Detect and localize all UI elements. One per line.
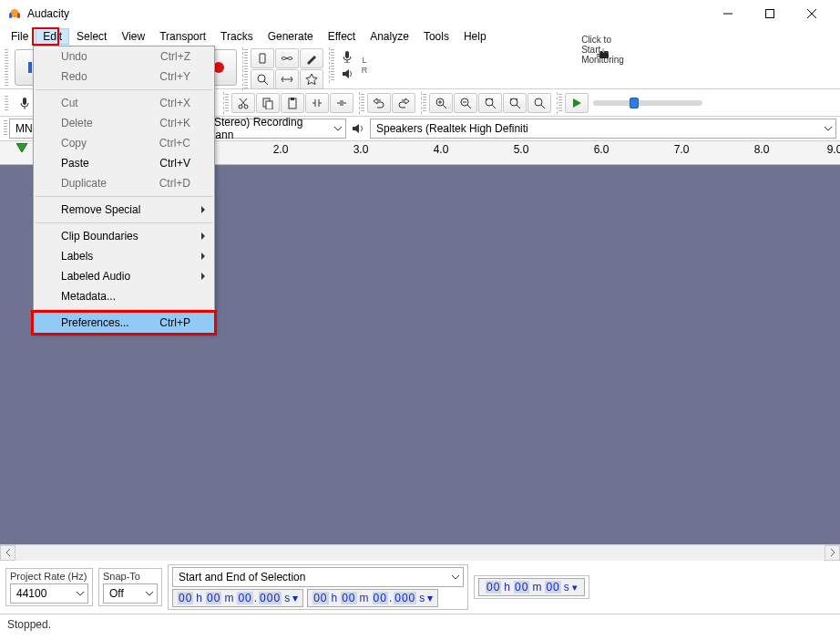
svg-point-9 xyxy=(239,105,242,108)
svg-rect-14 xyxy=(291,98,294,100)
chevron-right-icon xyxy=(200,203,207,216)
zoom-tool-button[interactable] xyxy=(251,69,274,89)
menubar: File Edit Select View Transport Tracks G… xyxy=(0,27,840,46)
menu-item-labeled-audio[interactable]: Labeled Audio xyxy=(34,266,214,286)
snap-to-combo[interactable]: Off xyxy=(103,583,158,604)
menu-generate[interactable]: Generate xyxy=(261,28,321,45)
playback-device-combo[interactable]: Speakers (Realtek High Definiti xyxy=(370,119,836,139)
menu-tracks[interactable]: Tracks xyxy=(213,28,261,45)
chevron-right-icon xyxy=(200,270,207,283)
play-speed-slider[interactable] xyxy=(593,100,702,106)
svg-rect-0 xyxy=(9,13,12,18)
trim-button[interactable] xyxy=(305,93,329,113)
selection-mode-combo[interactable]: Start and End of Selection xyxy=(172,567,464,587)
meter-l-label: L xyxy=(360,56,369,65)
status-text: Stopped. xyxy=(7,618,51,631)
menu-item-duplicate[interactable]: DuplicateCtrl+D xyxy=(34,173,214,193)
menu-select[interactable]: Select xyxy=(69,28,114,45)
menu-view[interactable]: View xyxy=(114,28,152,45)
silence-button[interactable] xyxy=(330,93,353,113)
menu-item-preferences[interactable]: Preferences...Ctrl+P xyxy=(34,313,214,333)
play-meter-speaker-icon[interactable] xyxy=(337,66,357,82)
selection-toolbar: Project Rate (Hz) 44100 Snap-To Off Star… xyxy=(0,560,840,614)
rec-meter-mic-icon[interactable] xyxy=(337,48,357,65)
window-title: Audacity xyxy=(27,7,707,20)
menu-item-undo[interactable]: UndoCtrl+Z xyxy=(34,46,214,67)
menu-effect[interactable]: Effect xyxy=(321,28,363,45)
zoom-in-button[interactable] xyxy=(429,93,453,113)
menu-transport[interactable]: Transport xyxy=(152,28,213,45)
multi-tool-button[interactable] xyxy=(300,69,323,89)
chevron-down-icon xyxy=(825,122,832,135)
redo-button[interactable] xyxy=(392,93,415,113)
close-button[interactable] xyxy=(791,0,833,27)
audio-position-panel: 00h00m00s▾ xyxy=(474,575,589,599)
snap-to-label: Snap-To xyxy=(103,571,158,582)
minimize-button[interactable] xyxy=(707,0,749,27)
play-meter[interactable]: -54 -48 -42 -36 -30 -24 -18 -12 -6 0 xyxy=(602,50,604,52)
menu-file[interactable]: File xyxy=(4,28,36,45)
playback-speaker-icon xyxy=(348,120,368,137)
record-channels-combo[interactable]: 2 (Stereo) Recording Chann xyxy=(195,119,346,139)
timeshift-tool-button[interactable] xyxy=(275,69,299,89)
svg-rect-2 xyxy=(766,10,774,18)
menu-item-redo[interactable]: RedoCtrl+Y xyxy=(34,67,214,87)
menu-tools[interactable]: Tools xyxy=(416,28,456,45)
menu-item-labels[interactable]: Labels xyxy=(34,246,214,266)
menu-item-delete[interactable]: DeleteCtrl+K xyxy=(34,113,214,133)
scroll-left-button[interactable] xyxy=(0,545,15,561)
selection-end-time[interactable]: 00h00m00.000s▾ xyxy=(307,589,438,607)
play-at-speed-button[interactable] xyxy=(565,93,589,113)
envelope-tool-button[interactable] xyxy=(275,48,299,68)
selection-tool-button[interactable] xyxy=(251,48,274,68)
selection-start-time[interactable]: 00h00m00.000s▾ xyxy=(172,589,303,607)
selection-panel: Start and End of Selection 00h00m00.000s… xyxy=(168,564,468,610)
svg-point-6 xyxy=(258,75,265,82)
copy-button[interactable] xyxy=(256,93,280,113)
menu-item-paste[interactable]: PasteCtrl+V xyxy=(34,153,214,173)
svg-rect-12 xyxy=(266,101,272,109)
draw-tool-button[interactable] xyxy=(300,48,323,68)
menu-item-cut[interactable]: CutCtrl+X xyxy=(34,93,214,113)
menu-edit[interactable]: Edit xyxy=(36,28,69,45)
menu-item-clip-boundaries[interactable]: Clip Boundaries xyxy=(34,226,214,246)
zoom-out-button[interactable] xyxy=(454,93,477,113)
fit-project-button[interactable] xyxy=(503,93,527,113)
cut-button[interactable] xyxy=(231,93,255,113)
maximize-button[interactable] xyxy=(749,0,791,27)
chevron-right-icon xyxy=(200,230,207,243)
mic-volume-icon xyxy=(15,95,35,111)
audio-host-combo[interactable]: MN xyxy=(9,119,35,139)
svg-rect-3 xyxy=(28,62,32,73)
svg-point-19 xyxy=(535,98,542,106)
menu-item-metadata[interactable]: Metadata... xyxy=(34,286,214,306)
titlebar: Audacity xyxy=(0,0,840,27)
menu-analyze[interactable]: Analyze xyxy=(363,28,416,45)
fit-selection-button[interactable] xyxy=(478,93,502,113)
menu-item-copy[interactable]: CopyCtrl+C xyxy=(34,133,214,153)
app-icon xyxy=(7,6,22,21)
menu-item-remove-special[interactable]: Remove Special xyxy=(34,200,214,220)
paste-button[interactable] xyxy=(281,93,304,113)
zoom-toggle-button[interactable] xyxy=(528,93,551,113)
menu-help[interactable]: Help xyxy=(456,28,494,45)
scroll-right-button[interactable] xyxy=(825,545,840,561)
svg-rect-8 xyxy=(23,98,26,105)
chevron-down-icon xyxy=(334,122,342,135)
audio-position-time[interactable]: 00h00m00s▾ xyxy=(478,578,585,596)
project-rate-combo[interactable]: 44100 xyxy=(10,583,88,604)
svg-rect-1 xyxy=(17,13,20,18)
project-rate-panel: Project Rate (Hz) 44100 xyxy=(5,568,93,606)
undo-button[interactable] xyxy=(367,93,391,113)
edit-menu-dropdown: UndoCtrl+ZRedoCtrl+YCutCtrl+XDeleteCtrl+… xyxy=(33,46,215,334)
meter-r-label: R xyxy=(360,66,369,75)
project-rate-label: Project Rate (Hz) xyxy=(10,571,88,582)
chevron-right-icon xyxy=(200,250,207,263)
statusbar: Stopped. xyxy=(0,614,840,634)
svg-point-10 xyxy=(244,105,248,108)
svg-rect-7 xyxy=(345,51,349,58)
snap-to-panel: Snap-To Off xyxy=(98,568,162,606)
horizontal-scrollbar[interactable] xyxy=(0,544,840,560)
